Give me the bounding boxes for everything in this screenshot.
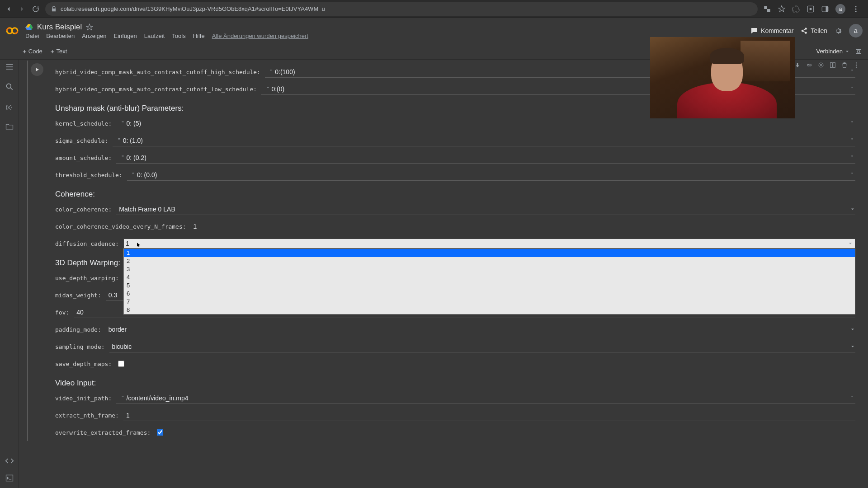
extract-nth-frame-value: 1 — [126, 412, 855, 419]
diffusion-cadence-value: 1 — [126, 240, 848, 247]
star-icon[interactable] — [85, 23, 94, 31]
add-text-button[interactable]: +Text — [51, 47, 67, 55]
color-coherence-every-n-input[interactable]: 1 — [191, 221, 855, 232]
unsharp-row-1-input[interactable]: "0: (1.0)" — [113, 135, 855, 146]
menu-view[interactable]: Anzeigen — [82, 33, 106, 39]
extract-nth-frame: extract_nth_frame:1 — [55, 407, 855, 424]
padding-mode-select[interactable]: border — [106, 324, 855, 335]
connect-label: Verbinden — [816, 48, 843, 55]
chevron-down-icon — [850, 344, 855, 349]
unsharp-row-2-value: 0: (0.2) — [127, 154, 848, 161]
diffusion-cadence-select[interactable]: 1 — [123, 239, 855, 249]
diffusion-cadence-label: diffusion_cadence: — [55, 240, 123, 247]
sidepanel-icon[interactable] — [821, 5, 829, 13]
gear-icon[interactable] — [834, 26, 843, 35]
search-icon[interactable] — [5, 82, 14, 91]
kebab-icon[interactable] — [852, 5, 860, 13]
section-coherence: Coherence: — [55, 183, 855, 201]
share-button[interactable]: Teilen — [800, 27, 827, 35]
quote-close-icon: " — [848, 69, 855, 75]
unsharp-row-3-input[interactable]: "0: (0.0)" — [127, 169, 855, 181]
menu-insert[interactable]: Einfügen — [113, 33, 137, 39]
section-video-input: Video Input: — [55, 372, 855, 389]
lock-icon — [51, 6, 57, 12]
code-icon[interactable] — [5, 456, 14, 465]
addon-icon[interactable] — [807, 5, 815, 13]
unsharp-row-2-input[interactable]: "0: (0.2)" — [116, 152, 855, 164]
svg-rect-1 — [810, 8, 812, 10]
unsharp-row-3: threshold_schedule:"0: (0.0)" — [55, 166, 855, 183]
menu-tools[interactable]: Tools — [172, 33, 185, 39]
menu-runtime[interactable]: Laufzeit — [144, 33, 165, 39]
browser-actions: a — [763, 4, 863, 14]
diffusion-option-7[interactable]: 7 — [124, 298, 855, 306]
diffusion-cadence-dropdown[interactable]: 12345678 — [123, 249, 855, 314]
overwrite-extracted-frames: overwrite_extracted_frames: — [55, 424, 855, 441]
add-code-button[interactable]: +Code — [23, 47, 42, 55]
svg-point-12 — [6, 84, 11, 88]
diffusion-option-2[interactable]: 2 — [124, 257, 855, 265]
diffusion-option-3[interactable]: 3 — [124, 265, 855, 273]
video-init-path: video_init_path:"/content/video_in.mp4" — [55, 389, 855, 407]
quote-close-icon: " — [848, 172, 855, 178]
overwrite-extracted-frames-checkbox[interactable] — [157, 429, 163, 436]
svg-point-6 — [855, 10, 857, 12]
browser-profile-avatar[interactable]: a — [835, 4, 845, 14]
color-coherence-select[interactable]: Match Frame 0 LAB — [116, 204, 855, 215]
padding-mode: padding_mode:border — [55, 321, 855, 338]
run-cell-button[interactable] — [31, 63, 43, 76]
reload-icon[interactable] — [32, 5, 40, 13]
save-status[interactable]: Alle Änderungen wurden gespeichert — [212, 33, 308, 39]
unsharp-row-2: amount_schedule:"0: (0.2)" — [55, 149, 855, 166]
diffusion-option-1[interactable]: 1 — [124, 249, 855, 257]
diffusion-option-6[interactable]: 6 — [124, 290, 855, 298]
overwrite-extracted-frames-label: overwrite_extracted_frames: — [55, 429, 155, 436]
folder-icon[interactable] — [5, 122, 14, 131]
unsharp-row-0-input[interactable]: "0: (5)" — [116, 118, 855, 129]
diffusion-option-8[interactable]: 8 — [124, 306, 855, 314]
toc-icon[interactable] — [5, 62, 14, 71]
diffusion-option-5[interactable]: 5 — [124, 282, 855, 290]
toggle-pane-icon[interactable] — [854, 47, 863, 56]
menu-file[interactable]: Datei — [25, 33, 39, 39]
account-avatar[interactable]: a — [849, 24, 863, 38]
terminal-icon[interactable] — [5, 474, 14, 483]
quote-close-icon: " — [848, 395, 855, 401]
quote-open-icon: " — [268, 69, 275, 75]
save-depth-maps-checkbox[interactable] — [118, 361, 124, 367]
doc-title[interactable]: Kurs Beispiel — [37, 23, 82, 32]
save-depth-maps: save_depth_maps: — [55, 355, 855, 372]
quote-open-icon: " — [264, 86, 271, 92]
back-icon[interactable] — [5, 5, 13, 13]
sampling-mode-value: bicubic — [112, 343, 850, 350]
menu-bar: Datei Bearbeiten Anzeigen Einfügen Laufz… — [25, 33, 308, 39]
colab-logo-icon[interactable] — [5, 24, 19, 38]
sampling-mode-select[interactable]: bicubic — [109, 341, 855, 352]
chevron-down-icon — [844, 49, 850, 54]
sampling-mode: sampling_mode:bicubic — [55, 338, 855, 355]
comment-button[interactable]: Kommentar — [750, 27, 793, 35]
diffusion-option-4[interactable]: 4 — [124, 273, 855, 282]
svg-point-15 — [820, 64, 822, 66]
extensions-icon[interactable] — [792, 5, 800, 13]
unsharp-row-1-value: 0: (1.0) — [123, 137, 848, 144]
video-init-path-input[interactable]: "/content/video_in.mp4" — [116, 393, 855, 404]
menu-help[interactable]: Hilfe — [193, 33, 205, 39]
midas-weight-label: midas_weight: — [55, 292, 106, 299]
play-icon — [34, 67, 40, 72]
quote-open-icon: " — [115, 137, 123, 144]
translate-icon[interactable] — [763, 5, 771, 13]
extract-nth-frame-input[interactable]: 1 — [123, 410, 855, 421]
chevron-down-icon — [850, 206, 855, 212]
color-coherence-every-n: color_coherence_video_every_N_frames:1 — [55, 218, 855, 235]
svg-point-20 — [856, 66, 857, 67]
menu-edit[interactable]: Bearbeiten — [46, 33, 75, 39]
connect-button[interactable]: Verbinden — [816, 48, 850, 55]
url-bar[interactable]: colab.research.google.com/drive/13G9KHyM… — [45, 2, 758, 16]
variables-icon[interactable]: {x} — [5, 102, 14, 111]
padding-mode-value: border — [108, 326, 850, 333]
bookmark-icon[interactable] — [778, 5, 786, 13]
unsharp-row-0-value: 0: (5) — [127, 120, 848, 127]
forward-icon[interactable] — [18, 5, 26, 13]
padding-mode-label: padding_mode: — [55, 326, 106, 333]
